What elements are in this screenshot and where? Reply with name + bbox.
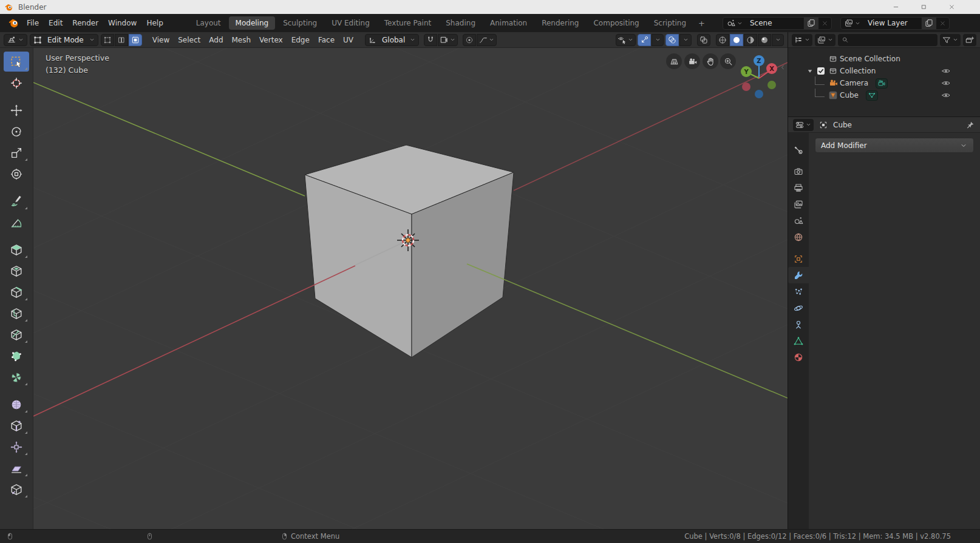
tool-extrude-region-button[interactable] (4, 240, 29, 260)
proportional-editing-button[interactable] (463, 34, 476, 46)
gizmo-y-neg-axis[interactable] (767, 81, 776, 89)
gizmo-x-neg-axis[interactable] (742, 83, 750, 91)
tool-spin-button[interactable] (4, 367, 29, 387)
viewport-menu-face[interactable]: Face (314, 34, 339, 46)
editor-type-button[interactable] (4, 34, 27, 46)
overlays-toggle-button[interactable] (665, 34, 679, 46)
shading-material-button[interactable] (744, 34, 757, 46)
tool-smooth-button[interactable] (4, 394, 29, 414)
camera-data-icon-badge[interactable] (876, 78, 888, 89)
properties-tab-object-data[interactable] (788, 332, 809, 349)
viewport-menu-edge[interactable]: Edge (287, 34, 314, 46)
scene-selector[interactable]: Scene (723, 17, 832, 30)
viewport-menu-vertex[interactable]: Vertex (255, 34, 287, 46)
viewport-menu-uv[interactable]: UV (339, 34, 358, 46)
snap-toggle-button[interactable] (424, 34, 437, 46)
pan-view-button[interactable] (703, 53, 718, 69)
properties-tab-modifier[interactable] (788, 267, 809, 283)
view-layer-unlink-button[interactable] (936, 20, 949, 27)
scene-name[interactable]: Scene (745, 19, 803, 27)
tool-annotate-button[interactable] (4, 191, 29, 211)
tool-rotate-button[interactable] (4, 121, 29, 141)
tool-loop-cut-button[interactable] (4, 303, 29, 323)
app-menu-blender-icon[interactable] (9, 18, 19, 29)
viewport-menu-select[interactable]: Select (174, 34, 205, 46)
view-layer-copy-button[interactable] (921, 18, 936, 29)
properties-tab-particles[interactable] (788, 283, 809, 300)
pin-icon[interactable] (965, 120, 975, 130)
maximize-button[interactable] (910, 0, 937, 14)
menu-render[interactable]: Render (67, 17, 103, 29)
navigation-gizmo[interactable]: Z Y X (741, 55, 777, 98)
cube-object[interactable] (305, 145, 514, 357)
properties-editor-type-button[interactable] (793, 119, 814, 131)
new-collection-button[interactable] (963, 34, 976, 46)
gizmo-toggle-button[interactable] (638, 34, 651, 46)
outliner-row-collection[interactable]: Collection (788, 65, 980, 77)
face-select-mode-button[interactable] (129, 34, 142, 46)
outliner-filter-id-dropdown[interactable] (815, 34, 835, 46)
menu-file[interactable]: File (22, 17, 44, 29)
workspace-tab-compositing[interactable]: Compositing (587, 16, 645, 30)
workspace-tab-animation[interactable]: Animation (483, 16, 534, 30)
tool-bevel-button[interactable] (4, 282, 29, 302)
workspace-tab-sculpting[interactable]: Sculpting (276, 16, 324, 30)
gizmo-z-neg-axis[interactable] (755, 90, 763, 98)
view-layer-selector[interactable]: View Layer (840, 17, 950, 30)
properties-tab-view-layer[interactable] (788, 196, 809, 212)
outliner-search-field[interactable] (838, 34, 937, 46)
workspace-tab-rendering[interactable]: Rendering (535, 16, 585, 30)
properties-tab-scene[interactable] (788, 212, 809, 229)
falloff-dropdown[interactable] (477, 34, 497, 46)
add-workspace-button[interactable]: + (693, 18, 710, 29)
tool-measure-button[interactable] (4, 212, 29, 232)
menu-edit[interactable]: Edit (44, 17, 67, 29)
outliner-row-scene-collection[interactable]: Scene Collection (788, 53, 980, 65)
workspace-tab-shading[interactable]: Shading (439, 16, 482, 30)
properties-tab-constraints[interactable] (788, 316, 809, 332)
scene-unlink-button[interactable] (818, 20, 831, 27)
add-modifier-dropdown[interactable]: Add Modifier (815, 138, 974, 153)
properties-tab-tool[interactable] (788, 141, 809, 158)
tool-select-box-button[interactable] (4, 52, 29, 72)
viewport-menu-mesh[interactable]: Mesh (228, 34, 256, 46)
shading-options-dropdown[interactable] (772, 34, 784, 46)
properties-tab-render[interactable] (788, 163, 809, 180)
view-layer-name[interactable]: View Layer (863, 19, 921, 27)
properties-tab-world[interactable] (788, 229, 809, 245)
shading-rendered-button[interactable] (758, 34, 771, 46)
tool-rip-region-button[interactable] (4, 479, 29, 499)
visibility-eye-icon[interactable] (941, 90, 951, 100)
close-button[interactable] (937, 0, 965, 14)
menu-window[interactable]: Window (103, 17, 141, 29)
shading-wireframe-button[interactable] (716, 34, 729, 46)
outliner-row-cube[interactable]: Cube (788, 89, 980, 101)
tool-cursor-button[interactable] (4, 73, 29, 93)
menu-help[interactable]: Help (141, 17, 168, 29)
tool-edge-slide-button[interactable] (4, 416, 29, 436)
xray-toggle-button[interactable] (697, 34, 710, 46)
tool-scale-button[interactable] (4, 143, 29, 163)
disclosure-triangle-icon[interactable] (806, 67, 814, 75)
overlays-settings-dropdown[interactable] (679, 34, 692, 46)
workspace-tab-texture-paint[interactable]: Texture Paint (378, 16, 438, 30)
tool-inset-faces-button[interactable] (4, 261, 29, 281)
scene-copy-button[interactable] (803, 18, 818, 29)
object-visibility-dropdown[interactable] (616, 34, 636, 46)
shading-solid-button[interactable] (730, 34, 743, 46)
properties-tab-object[interactable] (788, 251, 809, 267)
search-input[interactable] (851, 36, 934, 44)
toggle-grid-button[interactable] (666, 53, 682, 69)
edge-select-mode-button[interactable] (115, 34, 128, 46)
viewport-body[interactable]: Z Y X User Perspective (132) Cube (0, 48, 788, 529)
properties-tab-physics[interactable] (788, 300, 809, 316)
workspace-tab-uv-editing[interactable]: UV Editing (325, 16, 376, 30)
workspace-tab-layout[interactable]: Layout (189, 16, 228, 30)
tool-poly-build-button[interactable] (4, 346, 29, 366)
viewport-menu-add[interactable]: Add (205, 34, 227, 46)
visibility-eye-icon[interactable] (941, 78, 951, 88)
properties-tab-output[interactable] (788, 180, 809, 196)
tool-knife-button[interactable] (4, 325, 29, 345)
viewport-menu-view[interactable]: View (148, 34, 174, 46)
minimize-button[interactable] (882, 0, 910, 14)
